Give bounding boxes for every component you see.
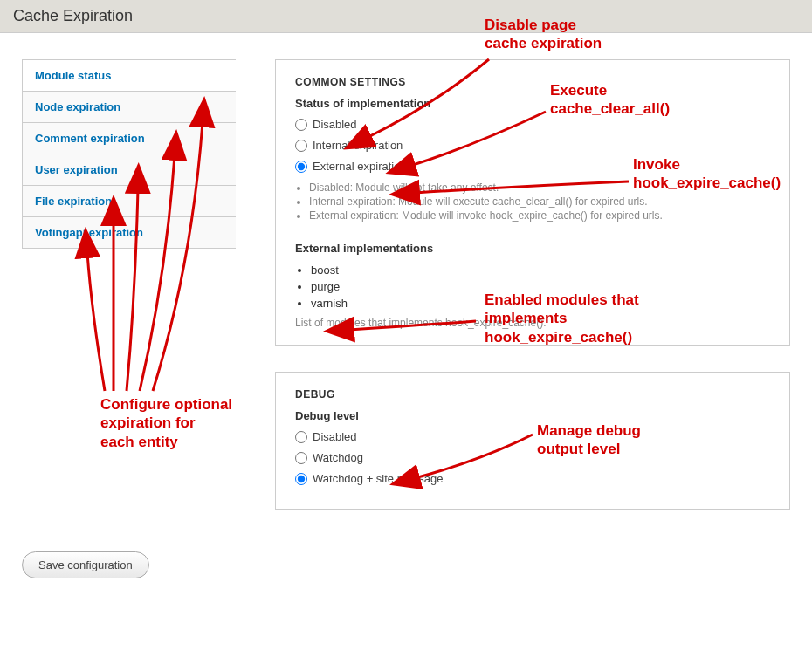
- vertical-tabs: Module status Node expiration Comment ex…: [22, 59, 236, 249]
- tab-user-expiration[interactable]: User expiration: [23, 154, 236, 186]
- radio-label-debug-watchdog-site: Watchdog + site message: [313, 472, 443, 485]
- radio-row-debug-watchdog[interactable]: Watchdog: [295, 451, 770, 464]
- radio-external[interactable]: [295, 161, 307, 173]
- radio-label-debug-disabled: Disabled: [313, 430, 357, 443]
- radio-row-debug-watchdog-site[interactable]: Watchdog + site message: [295, 472, 770, 485]
- radio-row-disabled[interactable]: Disabled: [295, 118, 770, 131]
- radio-label-internal: Internal expiration: [313, 139, 403, 152]
- tab-comment-expiration[interactable]: Comment expiration: [23, 123, 236, 154]
- radio-row-debug-disabled[interactable]: Disabled: [295, 430, 770, 443]
- content-panels: COMMON SETTINGS Status of implementation…: [275, 59, 790, 536]
- radio-label-debug-watchdog: Watchdog: [313, 451, 363, 464]
- radio-row-internal[interactable]: Internal expiration: [295, 139, 770, 152]
- tab-votingapi-expiration[interactable]: Votingapi expiration: [23, 217, 236, 248]
- external-impl-hint: List of modules that implements hook_exp…: [295, 317, 770, 329]
- desc-disabled: Disabled: Module will not take any effec…: [309, 181, 770, 195]
- ext-item-purge: purge: [311, 278, 770, 295]
- radio-label-disabled: Disabled: [313, 118, 357, 131]
- page-title: Cache Expiration: [13, 7, 799, 25]
- label-status-impl: Status of implementation: [295, 97, 770, 110]
- header-bar: Cache Expiration: [0, 0, 812, 33]
- page: Disable page cache expiration Execute ca…: [0, 33, 812, 596]
- save-configuration-button[interactable]: Save configuration: [22, 551, 149, 578]
- ext-item-varnish: varnish: [311, 295, 770, 311]
- external-impl-list: boost purge varnish: [311, 262, 770, 311]
- panel-debug: DEBUG Debug level Disabled Watchdog Watc…: [275, 372, 790, 510]
- radio-debug-watchdog[interactable]: [295, 452, 307, 464]
- panel-title-common: COMMON SETTINGS: [295, 76, 770, 88]
- radio-debug-watchdog-site[interactable]: [295, 473, 307, 485]
- label-external-impl: External implementations: [295, 242, 770, 255]
- tab-module-status[interactable]: Module status: [23, 60, 236, 92]
- desc-internal: Internal expiration: Module will execute…: [309, 195, 770, 209]
- radio-row-external[interactable]: External expiration: [295, 160, 770, 173]
- label-debug-level: Debug level: [295, 409, 770, 422]
- desc-external: External expiration: Module will invoke …: [309, 209, 770, 222]
- radio-disabled[interactable]: [295, 119, 307, 131]
- status-descriptions: Disabled: Module will not take any effec…: [299, 181, 770, 222]
- radio-internal[interactable]: [295, 140, 307, 152]
- tab-file-expiration[interactable]: File expiration: [23, 186, 236, 217]
- panel-title-debug: DEBUG: [295, 388, 770, 400]
- ext-item-boost: boost: [311, 262, 770, 278]
- tab-node-expiration[interactable]: Node expiration: [23, 92, 236, 123]
- panel-common-settings: COMMON SETTINGS Status of implementation…: [275, 59, 790, 346]
- radio-debug-disabled[interactable]: [295, 431, 307, 443]
- radio-label-external: External expiration: [313, 160, 407, 173]
